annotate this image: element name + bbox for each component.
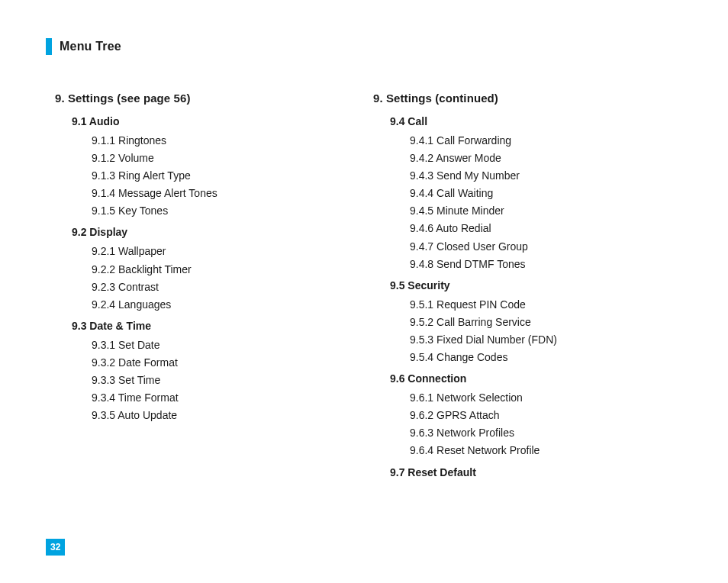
- list-item: 9.3.2 Date Format: [92, 354, 364, 372]
- title-accent-bar: [46, 38, 52, 55]
- page-title: Menu Tree: [60, 40, 121, 53]
- subsection-security: 9.5 Security 9.5.1 Request PIN Code 9.5.…: [390, 279, 682, 366]
- subsection-title: 9.7 Reset Default: [390, 466, 682, 478]
- subsection-title: 9.5 Security: [390, 279, 682, 292]
- title-row: Menu Tree: [46, 38, 682, 55]
- subsection-reset-default: 9.7 Reset Default: [390, 466, 682, 478]
- list-item: 9.1.1 Ringtones: [92, 132, 364, 150]
- list-item: 9.3.1 Set Date: [92, 337, 364, 354]
- list-item: 9.1.2 Volume: [92, 150, 364, 167]
- item-list: 9.5.1 Request PIN Code 9.5.2 Call Barrin…: [410, 296, 682, 366]
- item-list: 9.1.1 Ringtones 9.1.2 Volume 9.1.3 Ring …: [92, 132, 364, 220]
- list-item: 9.4.4 Call Waiting: [410, 185, 682, 202]
- list-item: 9.4.2 Answer Mode: [410, 150, 682, 167]
- item-list: 9.2.1 Wallpaper 9.2.2 Backlight Timer 9.…: [92, 243, 364, 313]
- right-column: 9. Settings (continued) 9.4 Call 9.4.1 C…: [364, 92, 682, 483]
- list-item: 9.4.6 Auto Redial: [410, 220, 682, 237]
- list-item: 9.2.4 Languages: [92, 296, 364, 314]
- subsection-title: 9.1 Audio: [72, 115, 364, 127]
- list-item: 9.6.1 Network Selection: [410, 389, 682, 407]
- list-item: 9.5.2 Call Barring Service: [410, 314, 682, 331]
- list-item: 9.4.5 Minute Minder: [410, 202, 682, 220]
- list-item: 9.4.8 Send DTMF Tones: [410, 256, 682, 273]
- list-item: 9.1.3 Ring Alert Type: [92, 167, 364, 185]
- list-item: 9.5.1 Request PIN Code: [410, 296, 682, 314]
- list-item: 9.1.4 Message Alert Tones: [92, 185, 364, 202]
- list-item: 9.6.2 GPRS Attach: [410, 407, 682, 424]
- subsection-call: 9.4 Call 9.4.1 Call Forwarding 9.4.2 Ans…: [390, 115, 682, 273]
- list-item: 9.5.3 Fixed Dial Number (FDN): [410, 331, 682, 349]
- subsection-date-time: 9.3 Date & Time 9.3.1 Set Date 9.3.2 Dat…: [72, 320, 364, 424]
- item-list: 9.4.1 Call Forwarding 9.4.2 Answer Mode …: [410, 132, 682, 273]
- subsection-connection: 9.6 Connection 9.6.1 Network Selection 9…: [390, 372, 682, 459]
- left-heading: 9. Settings (see page 56): [55, 92, 364, 105]
- list-item: 9.3.4 Time Format: [92, 389, 364, 407]
- list-item: 9.4.7 Closed User Group: [410, 238, 682, 256]
- list-item: 9.2.1 Wallpaper: [92, 243, 364, 260]
- page: Menu Tree 9. Settings (see page 56) 9.1 …: [0, 0, 728, 514]
- item-list: 9.6.1 Network Selection 9.6.2 GPRS Attac…: [410, 389, 682, 459]
- left-column: 9. Settings (see page 56) 9.1 Audio 9.1.…: [46, 92, 364, 483]
- page-number: 32: [46, 539, 65, 556]
- list-item: 9.5.4 Change Codes: [410, 349, 682, 366]
- subsection-title: 9.6 Connection: [390, 372, 682, 385]
- list-item: 9.4.1 Call Forwarding: [410, 132, 682, 150]
- subsection-title: 9.3 Date & Time: [72, 320, 364, 332]
- list-item: 9.6.4 Reset Network Profile: [410, 442, 682, 459]
- item-list: 9.3.1 Set Date 9.3.2 Date Format 9.3.3 S…: [92, 337, 364, 424]
- list-item: 9.6.3 Network Profiles: [410, 424, 682, 442]
- list-item: 9.2.2 Backlight Timer: [92, 261, 364, 279]
- subsection-title: 9.2 Display: [72, 226, 364, 238]
- list-item: 9.2.3 Contrast: [92, 279, 364, 296]
- subsection-display: 9.2 Display 9.2.1 Wallpaper 9.2.2 Backli…: [72, 226, 364, 313]
- subsection-audio: 9.1 Audio 9.1.1 Ringtones 9.1.2 Volume 9…: [72, 115, 364, 220]
- list-item: 9.1.5 Key Tones: [92, 202, 364, 220]
- list-item: 9.4.3 Send My Number: [410, 167, 682, 185]
- columns: 9. Settings (see page 56) 9.1 Audio 9.1.…: [46, 92, 682, 483]
- right-heading: 9. Settings (continued): [373, 92, 682, 105]
- list-item: 9.3.5 Auto Update: [92, 407, 364, 424]
- subsection-title: 9.4 Call: [390, 115, 682, 127]
- list-item: 9.3.3 Set Time: [92, 372, 364, 389]
